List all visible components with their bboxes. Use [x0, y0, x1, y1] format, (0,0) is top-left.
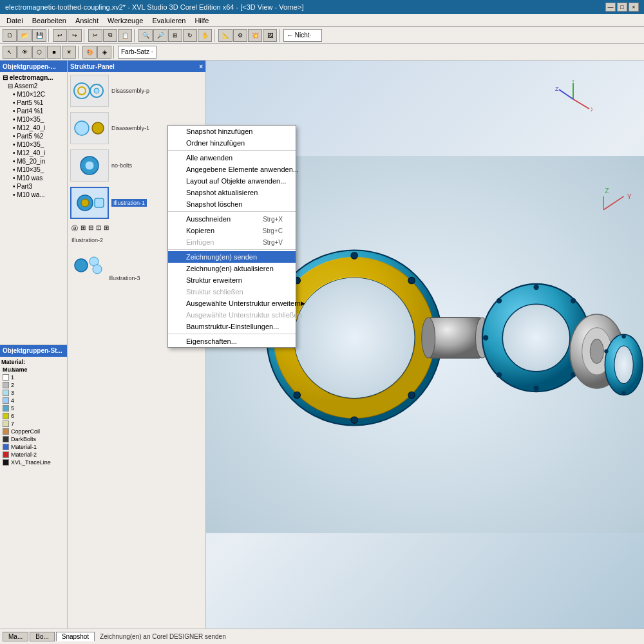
close-button[interactable]: × — [629, 3, 639, 12]
tb-redo[interactable]: ↪ — [68, 29, 82, 42]
svg-point-42 — [590, 339, 603, 364]
tb-new[interactable]: 🗋 — [3, 29, 17, 42]
tree-item-assem2[interactable]: ⊟ Assem2 — [1, 82, 66, 90]
struktur-close-btn[interactable]: × — [199, 63, 203, 70]
ctrl-e[interactable]: ⊞ — [104, 224, 109, 233]
cm-snapshot-add[interactable]: Snapshot hinzufügen — [168, 126, 296, 137]
struktur-panel: Struktur-Panel × Disassembly-p — [68, 61, 206, 629]
ctrl-b[interactable]: ⊞ — [80, 224, 86, 233]
tab-ma[interactable]: Ma... — [3, 632, 28, 641]
cm-struktur-erweitern[interactable]: Struktur erweitern — [168, 274, 296, 286]
tree-item-part3[interactable]: • Part3 — [1, 182, 66, 191]
mat-row-4: 4 — [1, 397, 66, 404]
menu-bearbeiten[interactable]: Bearbeiten — [28, 16, 70, 25]
tb-measure[interactable]: 📐 — [218, 29, 232, 42]
mat-row-darkbolts: DarkBolts — [1, 435, 66, 443]
svg-point-5 — [92, 122, 104, 134]
tb2-color[interactable]: 🎨 — [82, 46, 97, 59]
minimize-button[interactable]: — — [605, 3, 616, 12]
maximize-button[interactable]: □ — [617, 3, 627, 12]
tb-paste[interactable]: 📋 — [118, 29, 132, 42]
tb-pan[interactable]: ✋ — [198, 29, 212, 42]
tab-bo[interactable]: Bo... — [30, 632, 55, 641]
context-menu: Snapshot hinzufügen Ordner hinzufügen Al… — [167, 125, 296, 348]
tree-area[interactable]: ⊟ electromagn... ⊟ Assem2 • M10×12C • Pa… — [0, 72, 67, 345]
tree-item-m12-40[interactable]: • M12_40_i — [1, 124, 66, 132]
svg-text:Z: Z — [555, 86, 559, 92]
tree-item-m10x35-3[interactable]: • M10×35_ — [1, 166, 66, 174]
cm-angegebene-elemente[interactable]: Angegebene Elemente anwenden... — [168, 164, 296, 175]
svg-point-7 — [85, 161, 94, 170]
color-set-dropdown[interactable]: Farb-Satz · — [118, 46, 156, 59]
view-direction-dropdown[interactable]: ← Nicht· — [283, 29, 322, 42]
struktur-title: Struktur-Panel — [70, 63, 115, 70]
cm-eigenschaften[interactable]: Eigenschaften... — [168, 336, 296, 347]
cm-baumstruktur[interactable]: Baumstruktur-Einstellungen... — [168, 321, 296, 332]
cm-snapshot-loeschen[interactable]: Snapshot löschen — [168, 198, 296, 210]
tb-copy[interactable]: ⧉ — [103, 29, 117, 42]
tree-item-m10x12c[interactable]: • M10×12C — [1, 90, 66, 99]
mat-row-material2: Material-2 — [1, 451, 66, 459]
ctrl-d[interactable]: ⊡ — [96, 224, 101, 233]
tree-item-m10-was[interactable]: • M10 was — [1, 174, 66, 182]
tb-save[interactable]: 💾 — [32, 29, 46, 42]
left-panel: Objektgruppen-... ⊟ electromagn... ⊟ Ass… — [0, 61, 68, 629]
svg-text:Z: Z — [605, 187, 609, 194]
status-text: Zeichnung(en) an Corel DESIGNER senden — [100, 633, 226, 640]
tree-item-part4-1[interactable]: • Part4 %1 — [1, 107, 66, 115]
cm-kopieren[interactable]: Kopieren Strg+C — [168, 225, 296, 236]
tree-item-m12-40-2[interactable]: • M12_40_i — [1, 149, 66, 157]
cm-layout-objekte[interactable]: Layout auf Objekte anwenden... — [168, 175, 296, 187]
ctrl-a[interactable]: ⓐ — [71, 224, 78, 233]
tb2-select[interactable]: ↖ — [3, 46, 17, 59]
status-tabs: Ma... Bo... Snapshot — [3, 632, 95, 641]
cm-zeichnung-senden[interactable]: Zeichnung(en) senden — [168, 251, 296, 263]
mat-row-material1: Material-1 — [1, 443, 66, 451]
tb2-view[interactable]: 👁 — [17, 46, 32, 59]
ctrl-c[interactable]: ⊟ — [88, 224, 93, 233]
cm-ordner-add[interactable]: Ordner hinzufügen — [168, 137, 296, 149]
tb-zoom-out[interactable]: 🔎 — [153, 29, 167, 42]
svg-rect-10 — [95, 198, 104, 207]
tree-item-m10x35-1[interactable]: • M10×35_ — [1, 115, 66, 124]
tree-item-m10x35-2[interactable]: • M10×35_ — [1, 140, 66, 149]
snapshot-label-disassembly-1: Disassembly-1 — [111, 125, 149, 131]
tb-render[interactable]: 🖼 — [263, 29, 277, 42]
tb-undo[interactable]: ↩ — [53, 29, 67, 42]
tb2-light[interactable]: ☀ — [62, 46, 76, 59]
cm-ausschneiden[interactable]: Ausschneiden Strg+X — [168, 213, 296, 225]
coordinate-axes: X Y Z — [554, 80, 592, 118]
tb2-shade[interactable]: ■ — [47, 46, 61, 59]
menu-evaluieren[interactable]: Evaluieren — [148, 16, 189, 25]
tree-item-part5-1[interactable]: • Part5 %1 — [1, 99, 66, 107]
menu-werkzeuge[interactable]: Werkzeuge — [104, 16, 147, 25]
tb-fit[interactable]: ⊞ — [168, 29, 182, 42]
cm-ausgewaehlte-expand[interactable]: Ausgewählte Unterstruktur erweitern ▶ — [168, 298, 296, 309]
tree-item-m10-wa2[interactable]: • M10 wa... — [1, 191, 66, 199]
menu-datei[interactable]: Datei — [3, 16, 27, 25]
tb-zoom-in[interactable]: 🔍 — [138, 29, 153, 42]
svg-point-3 — [94, 88, 99, 93]
tree-item-m6-20[interactable]: • M6_20_in — [1, 157, 66, 166]
cm-zeichnung-aktualisieren[interactable]: Zeichnung(en) aktualisieren — [168, 263, 296, 274]
tb-rotate[interactable]: ↻ — [183, 29, 197, 42]
tb-cut[interactable]: ✂ — [88, 29, 102, 42]
svg-line-54 — [559, 90, 573, 99]
tab-snapshot[interactable]: Snapshot — [56, 632, 95, 641]
tb2-wire[interactable]: ⬡ — [32, 46, 46, 59]
tree-item-part5-2[interactable]: • Part5 %2 — [1, 132, 66, 140]
tree-item-root[interactable]: ⊟ electromagn... — [1, 73, 66, 82]
tb2-material[interactable]: ◈ — [97, 46, 111, 59]
cm-alle-anwenden[interactable]: Alle anwenden — [168, 152, 296, 164]
tb-sep-5 — [279, 29, 281, 42]
cm-snapshot-aktualisieren[interactable]: Snapshot aktualisieren — [168, 187, 296, 198]
mat-col-name: Name — [12, 366, 28, 373]
tb-section[interactable]: ⚙ — [233, 29, 247, 42]
snapshot-item-disassembly-p[interactable]: Disassembly-p — [70, 75, 203, 107]
tb-open[interactable]: 📂 — [17, 29, 32, 42]
mat-row-7: 7 — [1, 420, 66, 428]
menu-hilfe[interactable]: Hilfe — [191, 16, 213, 25]
tb-explode[interactable]: 💥 — [248, 29, 262, 42]
menu-ansicht[interactable]: Ansicht — [71, 16, 102, 25]
cm-sep-3 — [168, 249, 296, 250]
